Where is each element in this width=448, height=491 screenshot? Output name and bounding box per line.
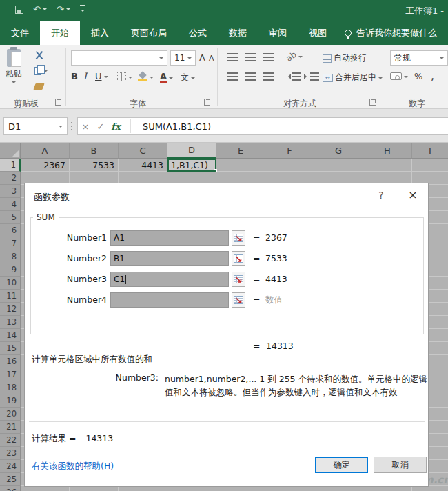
grid-cell[interactable] [412, 486, 448, 491]
grid-cell[interactable] [363, 486, 412, 491]
format-painter-button[interactable] [34, 83, 43, 90]
row-header-7[interactable]: 7 [0, 237, 21, 250]
tab-view[interactable]: 视图 [298, 21, 338, 45]
redo-icon[interactable]: ↷ [57, 5, 70, 14]
decrease-indent-button[interactable] [285, 72, 301, 81]
name-box[interactable]: D1 [3, 117, 68, 135]
tab-home[interactable]: 开始 [40, 21, 80, 45]
shrink-font-button[interactable]: A [209, 54, 214, 62]
cell-G1[interactable] [314, 159, 363, 172]
bold-button[interactable]: B [71, 72, 78, 81]
cell-H1[interactable] [363, 159, 412, 172]
copy-button[interactable] [34, 67, 48, 75]
argument-input-number1[interactable]: A1 [110, 230, 229, 246]
align-bottom-button[interactable] [263, 53, 274, 61]
grid-cell[interactable] [314, 486, 363, 491]
collapse-dialog-range-picker-icon[interactable] [232, 230, 245, 246]
row-header-1[interactable]: 1 [0, 159, 21, 172]
merge-center-button[interactable]: ↔合并后居中 [323, 72, 383, 83]
row-header-26[interactable]: 26 [0, 486, 21, 491]
font-size-combo[interactable]: 11 [170, 50, 196, 66]
phonetic-button[interactable]: 文 [181, 72, 195, 83]
grid-cell[interactable] [21, 486, 70, 491]
row-header-20[interactable]: 20 [0, 408, 21, 421]
tab-review[interactable]: 审阅 [258, 21, 298, 45]
row-header-13[interactable]: 13 [0, 316, 21, 329]
column-header-F[interactable]: F [265, 143, 314, 159]
font-name-combo[interactable] [71, 50, 167, 66]
grid-cell[interactable] [119, 486, 167, 491]
column-header-B[interactable]: B [70, 143, 119, 159]
collapse-dialog-range-picker-icon[interactable] [232, 251, 245, 266]
number-format-combo[interactable]: 常规 [390, 50, 448, 66]
cell-C1[interactable]: 4413 [119, 159, 167, 172]
cell-B1[interactable]: 7533 [70, 159, 119, 172]
formula-input[interactable]: =SUM(A1,B1,C1) [135, 121, 211, 132]
row-header-4[interactable]: 4 [0, 198, 21, 211]
insert-function-icon[interactable]: fx [108, 121, 123, 132]
alignment-dialog-launcher-icon[interactable] [369, 99, 376, 106]
ok-button[interactable]: 确定 [315, 457, 368, 473]
accounting-format-button[interactable] [390, 72, 408, 80]
row-header-15[interactable]: 15 [0, 342, 21, 355]
grow-font-button[interactable]: A [199, 53, 205, 62]
orientation-button[interactable]: ab [286, 52, 303, 61]
row-header-6[interactable]: 6 [0, 224, 21, 237]
tab-file[interactable]: 文件 [0, 21, 40, 45]
cell-E1[interactable] [216, 159, 265, 172]
column-header-H[interactable]: H [363, 143, 412, 159]
tab-insert[interactable]: 插入 [80, 21, 120, 45]
close-icon[interactable]: × [404, 188, 422, 201]
save-icon[interactable] [15, 6, 23, 14]
grid-cell[interactable] [70, 486, 119, 491]
cancel-button[interactable]: 取消 [374, 457, 427, 473]
tab-data[interactable]: 数据 [218, 21, 258, 45]
borders-button[interactable] [117, 72, 132, 81]
cell-A1[interactable]: 2367 [21, 159, 70, 172]
row-header-16[interactable]: 16 [0, 355, 21, 368]
tell-me-box[interactable]: 告诉我你想要做什么 [338, 21, 437, 45]
grid-cell[interactable] [167, 486, 216, 491]
align-center-button[interactable] [245, 72, 256, 81]
align-right-button[interactable] [263, 72, 274, 81]
wrap-text-button[interactable]: 自动换行 [323, 52, 367, 64]
cell-D1[interactable]: 1,B1,C1) [167, 159, 216, 172]
collapse-dialog-range-picker-icon[interactable] [232, 272, 245, 287]
align-left-button[interactable] [227, 72, 238, 81]
clipboard-dialog-launcher-icon[interactable] [55, 99, 61, 106]
row-header-8[interactable]: 8 [0, 250, 21, 263]
row-header-21[interactable]: 21 [0, 421, 21, 434]
fill-color-button[interactable] [138, 72, 154, 81]
column-header-C[interactable]: C [119, 143, 167, 159]
row-header-19[interactable]: 19 [0, 394, 21, 408]
column-header-I[interactable]: I [412, 143, 448, 159]
row-header-22[interactable]: 22 [0, 434, 21, 447]
dialog-help-icon[interactable]: ? [374, 190, 389, 201]
fill-handle[interactable] [214, 169, 217, 172]
row-header-12[interactable]: 12 [0, 303, 21, 316]
column-header-A[interactable]: A [21, 143, 70, 159]
cut-button[interactable] [34, 50, 44, 60]
row-header-3[interactable]: 3 [0, 185, 21, 198]
select-all-corner[interactable] [0, 143, 21, 159]
row-header-17[interactable]: 17 [0, 368, 21, 381]
argument-input-number2[interactable]: B1 [110, 251, 229, 266]
row-header-25[interactable]: 25 [0, 473, 21, 486]
tab-page-layout[interactable]: 页面布局 [120, 21, 178, 45]
customize-quick-access-icon[interactable] [80, 5, 85, 14]
enter-entry-icon[interactable]: ✓ [93, 121, 108, 132]
undo-icon[interactable]: ↶ [33, 5, 47, 14]
row-header-11[interactable]: 11 [0, 290, 21, 303]
row-header-23[interactable]: 23 [0, 447, 21, 460]
row-header-2[interactable]: 2 [0, 172, 21, 185]
cancel-entry-icon[interactable]: × [78, 121, 93, 132]
argument-input-number4[interactable] [110, 292, 229, 308]
align-top-button[interactable] [227, 53, 238, 61]
cell-I1[interactable] [412, 159, 448, 172]
font-dialog-launcher-icon[interactable] [204, 99, 210, 106]
paste-button[interactable]: 粘贴 [6, 49, 22, 86]
row-header-10[interactable]: 10 [0, 277, 21, 290]
column-header-D[interactable]: D [167, 143, 216, 159]
align-middle-button[interactable] [245, 53, 256, 61]
row-header-14[interactable]: 14 [0, 329, 21, 342]
